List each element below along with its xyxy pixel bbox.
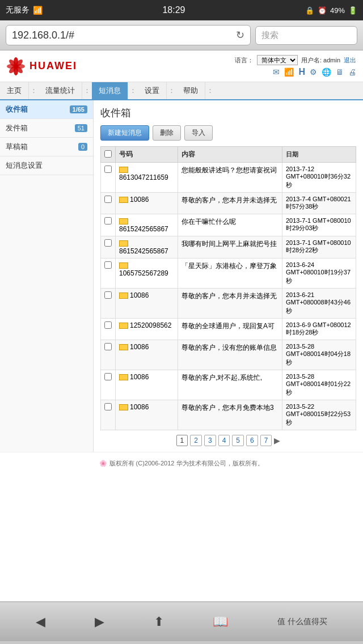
sidebar-sms-settings[interactable]: 短消息设置 bbox=[0, 156, 93, 175]
lang-label: 语言： bbox=[235, 56, 254, 65]
sms-toolbar: 新建短消息 删除 导入 bbox=[100, 125, 356, 141]
page-3[interactable]: 3 bbox=[204, 435, 216, 446]
email-icon[interactable]: ✉ bbox=[273, 67, 280, 77]
search-bar[interactable]: 搜索 bbox=[255, 26, 357, 45]
monitor-icon: 🖥 bbox=[336, 67, 344, 77]
logout-link[interactable]: 退出 bbox=[344, 56, 356, 65]
row-content-7: 尊敬的客户，没有您的账单信息 bbox=[178, 340, 282, 370]
row-checkbox-1[interactable] bbox=[104, 196, 112, 203]
forward-icon: ▶ bbox=[95, 615, 104, 629]
lang-select[interactable]: 简体中文 bbox=[257, 55, 298, 65]
row-date-8: 2013-5-28 GMT+080014时01分22秒 bbox=[282, 370, 356, 400]
table-row: 8613047211659 您能般般讲述吗？您想请宴祝词 2013-7-12 G… bbox=[101, 163, 356, 193]
row-check-5[interactable] bbox=[101, 289, 116, 319]
row-number-1: 10086 bbox=[116, 193, 178, 214]
select-all-checkbox[interactable] bbox=[104, 150, 112, 158]
nav-sep-3: ： bbox=[128, 82, 138, 99]
bookmarks-button[interactable]: 📖 bbox=[213, 615, 228, 629]
row-check-2[interactable] bbox=[101, 214, 116, 236]
row-checkbox-7[interactable] bbox=[104, 343, 112, 350]
row-date-1: 2013-7-4 GMT+080021时57分38秒 bbox=[282, 193, 356, 214]
row-number-4: 1065752567289 bbox=[116, 259, 178, 289]
table-row: 10086 尊敬的客户,对不起,系统忙, 2013-5-28 GMT+08001… bbox=[101, 370, 356, 400]
nav-sep-4: ： bbox=[167, 82, 176, 99]
table-row: 10086 尊敬的客户，您本月并未选择无 2013-7-4 GMT+080021… bbox=[101, 193, 356, 214]
share-button[interactable]: ⬆ bbox=[154, 615, 164, 629]
delete-button[interactable]: 删除 bbox=[153, 125, 181, 141]
row-check-0[interactable] bbox=[101, 163, 116, 193]
table-row: 8615242565867 你在干嘛忙什么呢 2013-7-1 GMT+0800… bbox=[101, 214, 356, 236]
nav-traffic[interactable]: 流量统计 bbox=[39, 82, 82, 99]
new-sms-button[interactable]: 新建短消息 bbox=[100, 125, 149, 141]
nav-sep-1: ： bbox=[29, 82, 39, 99]
row-checkbox-9[interactable] bbox=[104, 403, 112, 410]
nav-settings[interactable]: 设置 bbox=[138, 82, 167, 99]
row-date-0: 2013-7-12 GMT+080010时36分32秒 bbox=[282, 163, 356, 193]
globe-icon[interactable]: 🌐 bbox=[322, 67, 331, 77]
row-content-6: 尊敬的全球通用户，现回复A可 bbox=[178, 319, 282, 340]
table-row: 10086 尊敬的客户，您本月免费本地3 2013-5-22 GMT+08001… bbox=[101, 400, 356, 430]
settings-icon[interactable]: ⚙ bbox=[310, 67, 317, 77]
row-check-1[interactable] bbox=[101, 193, 116, 214]
url-bar[interactable]: 192.168.0.1/# ↻ bbox=[6, 25, 251, 45]
next-page-arrow[interactable]: ▶ bbox=[274, 436, 280, 445]
row-number-0: 8613047211659 bbox=[116, 163, 178, 193]
back-button[interactable]: ◀ bbox=[36, 615, 45, 629]
row-checkbox-5[interactable] bbox=[104, 291, 112, 299]
nav-sep-5: ： bbox=[205, 82, 215, 99]
row-check-9[interactable] bbox=[101, 400, 116, 430]
page-4[interactable]: 4 bbox=[218, 435, 230, 446]
share-icon: ⬆ bbox=[154, 615, 164, 629]
page-5[interactable]: 5 bbox=[232, 435, 244, 446]
row-checkbox-3[interactable] bbox=[104, 239, 112, 247]
page-1[interactable]: 1 bbox=[176, 435, 188, 446]
url-text: 192.168.0.1/# bbox=[12, 29, 74, 41]
row-number-5: 10086 bbox=[116, 289, 178, 319]
row-check-4[interactable] bbox=[101, 259, 116, 289]
tabs-button[interactable]: 值 什么值得买 bbox=[277, 617, 327, 627]
bookmarks-icon: 📖 bbox=[213, 615, 228, 629]
sidebar-inbox-label: 收件箱 bbox=[6, 104, 28, 115]
row-number-2: 8615242565867 bbox=[116, 214, 178, 236]
page-7[interactable]: 7 bbox=[260, 435, 272, 446]
col-check-header bbox=[101, 147, 116, 163]
sidebar-sent[interactable]: 发件箱 51 bbox=[0, 119, 93, 138]
pagination: 1 2 3 4 5 6 7 ▶ bbox=[100, 435, 356, 446]
row-checkbox-0[interactable] bbox=[104, 166, 112, 173]
row-checkbox-2[interactable] bbox=[104, 217, 112, 224]
row-check-7[interactable] bbox=[101, 340, 116, 370]
row-checkbox-8[interactable] bbox=[104, 373, 112, 380]
page-content: HUAWEI 语言： 简体中文 用户名: admin 退出 ✉ 📶 H ⚙ 🌐 … bbox=[0, 50, 363, 601]
page-6[interactable]: 6 bbox=[246, 435, 258, 446]
huawei-header: HUAWEI 语言： 简体中文 用户名: admin 退出 ✉ 📶 H ⚙ 🌐 … bbox=[0, 50, 363, 82]
sidebar-inbox[interactable]: 收件箱 1/65 bbox=[0, 100, 93, 119]
status-right: 🔒 ⏰ 49% 🔋 bbox=[305, 6, 357, 15]
header-icons: ✉ 📶 H ⚙ 🌐 🖥 🖨 bbox=[273, 67, 356, 77]
refresh-button[interactable]: ↻ bbox=[236, 29, 244, 41]
forward-button[interactable]: ▶ bbox=[95, 615, 104, 629]
col-date-header: 日期 bbox=[282, 147, 356, 163]
import-button[interactable]: 导入 bbox=[184, 125, 213, 141]
row-content-2: 你在干嘛忙什么呢 bbox=[178, 214, 282, 236]
nav-sms[interactable]: 短消息 bbox=[92, 82, 128, 99]
sidebar-drafts[interactable]: 草稿箱 0 bbox=[0, 138, 93, 156]
row-checkbox-6[interactable] bbox=[104, 321, 112, 329]
status-bar: 无服务 📶 18:29 🔒 ⏰ 49% 🔋 bbox=[0, 0, 363, 20]
page-2[interactable]: 2 bbox=[190, 435, 202, 446]
row-number-8: 10086 bbox=[116, 370, 178, 400]
footer-text: 版权所有 (C)2006-2012 华为技术有限公司，版权所有。 bbox=[109, 460, 264, 467]
row-date-9: 2013-5-22 GMT+080015时22分53秒 bbox=[282, 400, 356, 430]
nav-help[interactable]: 帮助 bbox=[176, 82, 205, 99]
wifi-icon: 📶 bbox=[33, 6, 43, 15]
nav-home[interactable]: 主页 bbox=[0, 82, 29, 99]
sidebar-inbox-badge: 1/65 bbox=[70, 105, 87, 113]
row-check-3[interactable] bbox=[101, 236, 116, 259]
sidebar-drafts-label: 草稿箱 bbox=[6, 142, 28, 152]
row-check-6[interactable] bbox=[101, 319, 116, 340]
row-check-8[interactable] bbox=[101, 370, 116, 400]
huawei-brand-text: HUAWEI bbox=[29, 60, 77, 72]
sidebar-drafts-badge: 0 bbox=[78, 143, 87, 151]
sidebar-sent-badge: 51 bbox=[75, 124, 87, 132]
row-content-9: 尊敬的客户，您本月免费本地3 bbox=[178, 400, 282, 430]
row-checkbox-4[interactable] bbox=[104, 261, 112, 269]
